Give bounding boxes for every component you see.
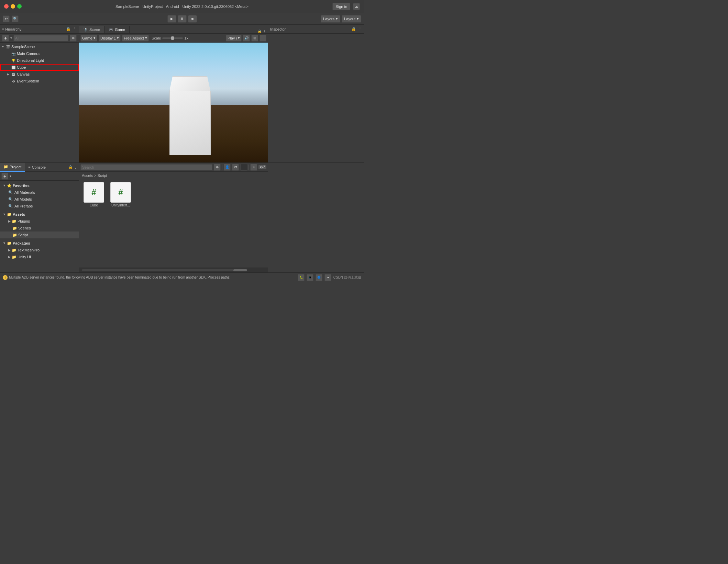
camera-label: Main Camera bbox=[17, 52, 40, 56]
assets-search-options[interactable]: ⊕ bbox=[214, 164, 221, 171]
bottom-options-icon[interactable]: ⋮ bbox=[74, 165, 77, 169]
console-tab[interactable]: ≡ Console bbox=[25, 163, 49, 172]
tmp-folder-icon: 📁 bbox=[12, 248, 16, 252]
search-toolbar-button[interactable]: 🔍 bbox=[12, 15, 19, 22]
filter-by-type[interactable]: 👤 bbox=[224, 164, 231, 171]
hierarchy-title: Hierarchy bbox=[5, 27, 21, 31]
bottom-tabs: 📁 Project ≡ Console 🔒 ⋮ bbox=[0, 163, 79, 172]
game-toolbar: Game ▾ Display 1 ▾ Free Aspect ▾ Scale 1… bbox=[79, 34, 268, 43]
aspect-dropdown[interactable]: Free Aspect ▾ bbox=[122, 35, 149, 42]
view-tab-actions: 🔒 ⋮ bbox=[257, 30, 268, 33]
lock-icon[interactable]: 🔒 bbox=[66, 27, 71, 31]
project-scenes[interactable]: 📁 Scenes bbox=[0, 225, 79, 232]
hierarchy-search-input[interactable] bbox=[13, 35, 68, 41]
project-tab-icon: 📁 bbox=[3, 165, 8, 169]
filter-toggle-1[interactable] bbox=[240, 164, 247, 171]
step-button[interactable]: ⏭ bbox=[188, 15, 197, 23]
assets-folder-icon: 📁 bbox=[7, 212, 12, 217]
sign-in-button[interactable]: Sign in bbox=[332, 3, 350, 10]
inspector-title: Inspector bbox=[270, 27, 286, 31]
playmode-controls: ▶ ⏸ ⏭ bbox=[167, 15, 197, 23]
assets-scrollbar-thumb[interactable] bbox=[233, 269, 247, 271]
bottom-lock-icon[interactable]: 🔒 bbox=[68, 165, 73, 169]
assets-search-input[interactable] bbox=[80, 164, 212, 170]
hierarchy-item-cube[interactable]: ⬜ Cube bbox=[0, 64, 79, 71]
status-icon-4[interactable]: ☁ bbox=[324, 274, 331, 281]
hierarchy-item-eventsystem[interactable]: ⚙ EventSystem bbox=[0, 78, 79, 84]
view-lock-icon[interactable]: 🔒 bbox=[257, 30, 262, 33]
hierarchy-add-arrow[interactable]: ▾ bbox=[10, 36, 12, 40]
audio-toggle[interactable]: 🔊 bbox=[243, 35, 250, 42]
pause-button[interactable]: ⏸ bbox=[178, 15, 187, 23]
hierarchy-scene-root[interactable]: ▼ 🎬 SampleScene ⋮ bbox=[0, 43, 79, 50]
display-dropdown[interactable]: Display 1 ▾ bbox=[99, 35, 121, 42]
hierarchy-content: ▼ 🎬 SampleScene ⋮ 📷 Main Camera 💡 Direct… bbox=[0, 43, 79, 162]
play-button[interactable]: ▶ bbox=[167, 15, 176, 23]
maximize-button[interactable] bbox=[17, 4, 22, 9]
game-tab-icon: 🎮 bbox=[109, 27, 113, 32]
project-add-arrow[interactable]: ▾ bbox=[10, 174, 11, 178]
eventsystem-arrow bbox=[7, 79, 11, 83]
hierarchy-item-main-camera[interactable]: 📷 Main Camera bbox=[0, 50, 79, 57]
layout-dropdown[interactable]: Layout ▾ bbox=[342, 15, 361, 23]
titlebar-right-area: Sign in ☁ bbox=[332, 3, 360, 10]
hierarchy-options-icon[interactable]: ⋮ bbox=[73, 27, 77, 31]
assets-browser-panel: ⊕ 👤 🏷 ☆ ⚙2 Assets > Script # Cube # bbox=[79, 163, 268, 272]
scale-slider[interactable] bbox=[162, 37, 183, 39]
project-unity-ui[interactable]: ▶ 📁 Unity UI bbox=[0, 253, 79, 260]
canvas-arrow-icon: ▶ bbox=[7, 72, 11, 76]
project-all-materials[interactable]: 🔍 All Materials bbox=[0, 189, 79, 196]
project-script[interactable]: 📁 Script bbox=[0, 232, 79, 238]
play-mode-dropdown[interactable]: Play i ▾ bbox=[226, 35, 242, 42]
favorites-section[interactable]: ▼ ⭐ Favorites bbox=[0, 182, 79, 189]
status-warning-icon: ! bbox=[3, 275, 8, 280]
scenes-folder-icon: 📁 bbox=[12, 226, 17, 230]
project-toolbar: + ▾ bbox=[0, 172, 79, 181]
bottom-right-panel bbox=[268, 163, 364, 272]
project-all-prefabs[interactable]: 🔍 All Prefabs bbox=[0, 203, 79, 210]
layers-dropdown[interactable]: Layers ▾ bbox=[321, 15, 340, 23]
asset-item-unityinterface[interactable]: # UnityInterf... bbox=[109, 182, 133, 207]
status-message: Multiple ADB server instances found, the… bbox=[9, 275, 296, 279]
inspector-options-icon[interactable]: ⋮ bbox=[358, 27, 362, 31]
packages-folder-icon: 📁 bbox=[7, 241, 12, 246]
status-icon-2[interactable]: 📱 bbox=[307, 274, 313, 281]
view-options-icon[interactable]: ⋮ bbox=[263, 30, 266, 33]
hierarchy-item-canvas[interactable]: ▶ 🖼 Canvas bbox=[0, 71, 79, 78]
game-dropdown[interactable]: Game ▾ bbox=[80, 35, 97, 42]
project-add-button[interactable]: + bbox=[1, 173, 8, 180]
asset-item-cube[interactable]: # Cube bbox=[82, 182, 106, 207]
scale-slider-thumb[interactable] bbox=[171, 36, 174, 40]
cloud-button[interactable]: ☁ bbox=[353, 3, 360, 10]
inspector-lock-icon[interactable]: 🔒 bbox=[351, 27, 356, 31]
project-textmeshpro[interactable]: ▶ 📁 TextMeshPro bbox=[0, 247, 79, 253]
stats-button[interactable]: ⊞ bbox=[251, 35, 258, 42]
packages-section[interactable]: ▼ 📁 Packages bbox=[0, 240, 79, 247]
gizmos-button[interactable]: ☰ bbox=[260, 35, 266, 42]
close-button[interactable] bbox=[4, 4, 9, 9]
unity-ui-arrow: ▶ bbox=[8, 255, 11, 259]
minimize-button[interactable] bbox=[11, 4, 15, 9]
project-tab[interactable]: 📁 Project bbox=[0, 163, 25, 172]
inspector-header: Inspector 🔒 ⋮ bbox=[268, 25, 364, 34]
status-icon-1[interactable]: 🐛 bbox=[298, 274, 305, 281]
scene-options[interactable]: ⋮ bbox=[75, 45, 79, 49]
hierarchy-add-button[interactable]: + bbox=[2, 35, 9, 42]
unityinterface-script-icon: # bbox=[110, 182, 131, 203]
project-plugins[interactable]: ▶ 📁 Plugins bbox=[0, 218, 79, 225]
hierarchy-item-directional-light[interactable]: 💡 Directional Light bbox=[0, 57, 79, 64]
search-icon-prefabs: 🔍 bbox=[8, 204, 13, 208]
scene-icon: 🎬 bbox=[5, 44, 10, 49]
assets-scrollbar-track[interactable] bbox=[82, 269, 247, 271]
scene-tab[interactable]: 🔭 Scene bbox=[79, 26, 104, 33]
game-tab[interactable]: 🎮 Game bbox=[104, 26, 130, 33]
project-all-models[interactable]: 🔍 All Models bbox=[0, 196, 79, 203]
scene-name: SampleScene bbox=[11, 45, 35, 49]
status-icon-3[interactable]: 🔵 bbox=[316, 274, 322, 281]
filter-by-label[interactable]: 🏷 bbox=[232, 164, 239, 171]
hierarchy-search-options[interactable]: ⊕ bbox=[70, 35, 77, 42]
history-button[interactable]: ↩ bbox=[3, 15, 10, 22]
bookmark-button[interactable]: ☆ bbox=[250, 164, 257, 171]
assets-section[interactable]: ▼ 📁 Assets bbox=[0, 211, 79, 218]
cube-top-face bbox=[169, 76, 211, 92]
